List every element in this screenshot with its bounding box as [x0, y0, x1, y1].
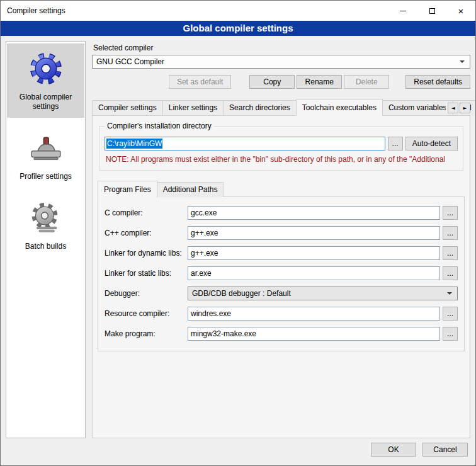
- selected-compiler-label: Selected compiler: [93, 43, 470, 52]
- compiler-actions: Set as default Copy Rename Delete Reset …: [92, 75, 470, 89]
- installation-directory-group: Compiler's installation directory C:\ray…: [99, 126, 463, 171]
- reset-defaults-button[interactable]: Reset defaults: [405, 75, 470, 89]
- tab-linker-settings[interactable]: Linker settings: [162, 100, 224, 115]
- titlebar[interactable]: Compiler settings ×: [1, 1, 475, 21]
- profiler-tool-icon: [26, 128, 66, 168]
- arrow-right-icon: ►: [463, 105, 467, 111]
- sidebar-item-batch-builds[interactable]: Batch builds: [7, 193, 84, 258]
- installation-directory-input[interactable]: C:\raylib\MinGW: [105, 137, 385, 151]
- maximize-button[interactable]: [417, 1, 446, 21]
- browse-c-compiler-button[interactable]: ...: [443, 206, 458, 220]
- window-controls: ×: [388, 1, 475, 21]
- browse-make-program-button[interactable]: ...: [443, 327, 458, 341]
- tab-toolchain-executables[interactable]: Toolchain executables: [296, 99, 383, 116]
- browse-dynamic-linker-button[interactable]: ...: [443, 246, 458, 260]
- sidebar-item-label: Global compiler settings: [9, 93, 82, 111]
- program-files-tabstrip: Program Files Additional Paths: [98, 181, 465, 197]
- main-panel: Selected compiler GNU GCC Compiler Set a…: [92, 41, 470, 438]
- debugger-label: Debugger:: [105, 289, 185, 298]
- sidebar: Global compiler settings Profiler settin…: [6, 41, 86, 438]
- resource-compiler-label: Resource compiler:: [105, 309, 185, 318]
- cancel-button[interactable]: Cancel: [422, 443, 468, 457]
- bin-subdirectory-note: NOTE: All programs must exist either in …: [106, 155, 456, 164]
- installation-directory-legend: Compiler's installation directory: [105, 122, 214, 130]
- program-files-panel: C compiler: ... C++ compiler: ... Linker…: [98, 196, 465, 351]
- tab-compiler-settings[interactable]: Compiler settings: [92, 100, 163, 115]
- sidebar-item-profiler-settings[interactable]: Profiler settings: [7, 123, 84, 188]
- toolchain-executables-panel: Compiler's installation directory C:\ray…: [92, 115, 470, 438]
- browse-static-linker-button[interactable]: ...: [443, 266, 458, 280]
- page-title: Global compiler settings: [1, 21, 475, 36]
- browse-cpp-compiler-button[interactable]: ...: [443, 226, 458, 240]
- browse-resource-compiler-button[interactable]: ...: [443, 307, 458, 321]
- gray-gear-icon: [26, 198, 66, 238]
- sidebar-item-label: Batch builds: [25, 242, 66, 251]
- tab-search-directories[interactable]: Search directories: [223, 100, 297, 115]
- sidebar-item-global-compiler-settings[interactable]: Global compiler settings: [7, 43, 84, 118]
- blue-gear-icon: [26, 48, 66, 89]
- selected-compiler-dropdown[interactable]: GNU GCC Compiler: [92, 55, 470, 69]
- minimize-icon: [400, 11, 406, 11]
- set-as-default-button[interactable]: Set as default: [169, 75, 231, 89]
- delete-button[interactable]: Delete: [344, 75, 389, 89]
- settings-tabstrip: Compiler settings Linker settings Search…: [92, 99, 470, 115]
- auto-detect-button[interactable]: Auto-detect: [405, 137, 458, 151]
- dynamic-linker-label: Linker for dynamic libs:: [105, 249, 185, 258]
- c-compiler-input[interactable]: [188, 206, 440, 220]
- subtab-program-files[interactable]: Program Files: [98, 181, 157, 198]
- sidebar-item-label: Profiler settings: [20, 172, 72, 181]
- static-linker-label: Linker for static libs:: [105, 269, 185, 278]
- window-title: Compiler settings: [1, 6, 65, 15]
- tab-custom-variables[interactable]: Custom variables: [382, 100, 453, 115]
- dialog-footer: OK Cancel: [1, 438, 475, 465]
- tab-scroll-left-button[interactable]: ◄: [448, 103, 458, 113]
- resource-compiler-input[interactable]: [188, 307, 440, 321]
- make-program-label: Make program:: [105, 329, 185, 338]
- compiler-settings-window: Compiler settings × Global compiler sett…: [0, 0, 476, 466]
- dynamic-linker-input[interactable]: [188, 246, 440, 260]
- tab-scroll-right-button[interactable]: ►: [460, 103, 470, 113]
- selected-text: C:\raylib\MinGW: [106, 139, 162, 149]
- make-program-input[interactable]: [188, 327, 440, 341]
- subtab-additional-paths[interactable]: Additional Paths: [157, 182, 224, 197]
- minimize-button[interactable]: [388, 1, 417, 21]
- cpp-compiler-input[interactable]: [188, 226, 440, 240]
- static-linker-input[interactable]: [188, 266, 440, 280]
- cpp-compiler-label: C++ compiler:: [105, 229, 185, 237]
- arrow-left-icon: ◄: [451, 105, 455, 111]
- close-button[interactable]: ×: [446, 1, 475, 21]
- tab-scrollers: ◄ ►: [446, 103, 470, 113]
- browse-install-dir-button[interactable]: ...: [388, 137, 403, 151]
- rename-button[interactable]: Rename: [297, 75, 342, 89]
- maximize-icon: [429, 8, 435, 14]
- debugger-dropdown[interactable]: GDB/CDB debugger : Default: [188, 287, 458, 300]
- c-compiler-label: C compiler:: [105, 208, 185, 217]
- ok-button[interactable]: OK: [371, 443, 416, 457]
- close-icon: ×: [458, 6, 464, 16]
- copy-button[interactable]: Copy: [249, 75, 295, 89]
